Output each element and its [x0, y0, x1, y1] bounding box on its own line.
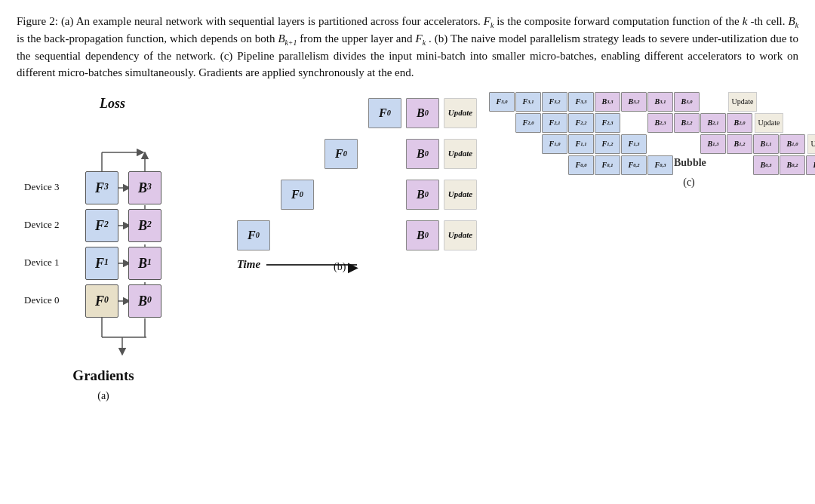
- pipe-F13: F1,3: [621, 134, 647, 154]
- b-update-r2: Update: [444, 180, 477, 210]
- figure-a: Loss: [17, 92, 190, 404]
- pipe-B33: B3,3: [595, 92, 620, 112]
- pipe-B11: B1,1: [753, 134, 779, 154]
- pipe-F33: F3,3: [568, 92, 594, 112]
- pipe-B10: B1,0: [780, 134, 805, 154]
- pipe-update-2: Update: [755, 113, 783, 133]
- fk-italic: Fk: [484, 15, 494, 27]
- b-B0-r1: B0: [406, 139, 439, 169]
- caption-text1: (a) An example neural network with seque…: [61, 15, 484, 27]
- figure-caption: Figure 2: (a) An example neural network …: [17, 14, 798, 81]
- pipe-F23: F2,3: [595, 113, 620, 133]
- pipe-F03: F0,3: [647, 155, 673, 175]
- b-F0-r2: F0: [281, 180, 314, 210]
- pipe-B23: B2,3: [647, 113, 673, 133]
- fig-b-label: (b): [334, 260, 346, 275]
- b-B0-r0: B0: [406, 98, 439, 128]
- device-3-label: Device 3: [24, 171, 60, 204]
- fig-a-diagram: Device 3 Device 2 Device 1 Device 0 F3 F…: [24, 115, 183, 364]
- pipe-F32: F3,2: [542, 92, 567, 112]
- figures-row: Loss: [17, 92, 798, 404]
- k-italic: k: [743, 15, 748, 27]
- b-update-r0: Update: [444, 98, 477, 128]
- pipe-F00: F0,0: [568, 155, 594, 175]
- pipe-B01: B0,1: [806, 155, 815, 175]
- pipeline-row-3: F3,0 F3,1 F3,2 F3,3 B3,3 B3,2 B3,1 B3,0 …: [489, 92, 815, 112]
- gradients-label: Gradients: [72, 365, 134, 386]
- B2-box: B2: [128, 209, 161, 242]
- loss-label: Loss: [100, 94, 125, 113]
- pipe-F30: F3,0: [489, 92, 515, 112]
- B1-box: B1: [128, 247, 161, 280]
- b-B0-r3: B0: [406, 220, 439, 250]
- pipe-empty-30: [700, 92, 726, 112]
- bubble-container: Bubble: [674, 155, 742, 171]
- pipe-F31: F3,1: [515, 92, 541, 112]
- pipe-F10: F1,0: [542, 134, 567, 154]
- time-label: Time: [237, 257, 260, 273]
- b-update-r1: Update: [444, 139, 477, 169]
- B0-box: B0: [128, 284, 161, 318]
- b-F0-r1: F0: [324, 139, 358, 169]
- fig-c-label: (c): [489, 175, 815, 190]
- pipe-F11: F1,1: [568, 134, 594, 154]
- b-update-r3: Update: [444, 220, 477, 250]
- pipe-empty-1m2: [674, 134, 700, 154]
- pipe-B21: B2,1: [700, 113, 726, 133]
- F1-box: F1: [85, 247, 118, 280]
- pipe-update-1: Update: [807, 134, 815, 154]
- pipe-F12: F1,2: [595, 134, 620, 154]
- b-F0-r0: F0: [368, 98, 401, 128]
- caption-prefix: Figure 2:: [17, 15, 58, 27]
- F3-box: F3: [85, 171, 118, 204]
- device-1-label: Device 1: [24, 247, 60, 280]
- b-B0-r2: B0: [406, 180, 439, 210]
- bubble-label: Bubble: [674, 155, 742, 171]
- bk1-italic: Bk+1: [278, 32, 297, 45]
- device-0-label: Device 0: [24, 284, 60, 318]
- pipe-B12: B1,2: [727, 134, 752, 154]
- b-F0-r3: F0: [237, 220, 270, 250]
- pipe-empty-2m: [621, 113, 647, 133]
- pipe-B32: B3,2: [621, 92, 647, 112]
- figure-c: F3,0 F3,1 F3,2 F3,3 B3,3 B3,2 B3,1 B3,0 …: [484, 92, 815, 206]
- pipeline-row-2: F2,0 F2,1 F2,2 F2,3 B2,3 B2,2 B2,1 B2,0 …: [515, 113, 815, 133]
- pipe-B20: B2,0: [727, 113, 752, 133]
- caption-text4: is the back-propagation function, which …: [17, 32, 278, 45]
- watermark: 🔵 公众号 · AI闲谈: [489, 192, 815, 206]
- pipe-B22: B2,2: [674, 113, 700, 133]
- pipe-B30: B3,0: [674, 92, 700, 112]
- pipe-B03: B0,3: [753, 155, 779, 175]
- pipe-F01: F0,1: [595, 155, 620, 175]
- fk2-italic: Fk: [416, 32, 426, 45]
- pipe-F22: F2,2: [568, 113, 594, 133]
- F0-box: F0: [85, 284, 118, 318]
- pipeline-grid: F3,0 F3,1 F3,2 F3,3 B3,3 B3,2 B3,1 B3,0 …: [489, 92, 815, 175]
- figure-b: F0 B0 Update F0 B0 Update F0 B0 Update F…: [190, 92, 484, 288]
- device-2-label: Device 2: [24, 209, 60, 242]
- pipe-empty-1m1: [647, 134, 673, 154]
- pipe-B13: B1,3: [700, 134, 726, 154]
- pipe-B31: B3,1: [647, 92, 673, 112]
- pipe-B02: B0,2: [780, 155, 805, 175]
- F2-box: F2: [85, 209, 118, 242]
- caption-text3: -th cell.: [750, 15, 788, 27]
- bk-italic: Bk: [789, 15, 799, 27]
- pipe-F21: F2,1: [542, 113, 567, 133]
- pipe-F20: F2,0: [515, 113, 541, 133]
- pipeline-row-1: F1,0 F1,1 F1,2 F1,3 B1,3 B1,2 B1,1 B1,0 …: [542, 134, 815, 154]
- caption-text2: is the composite forward computation fun…: [497, 15, 742, 27]
- caption-text5: from the upper layer and: [300, 32, 415, 45]
- fig-a-label: (a): [97, 389, 109, 404]
- pipe-update-3: Update: [728, 92, 757, 112]
- B3-box: B3: [128, 171, 161, 204]
- pipe-F02: F0,2: [621, 155, 647, 175]
